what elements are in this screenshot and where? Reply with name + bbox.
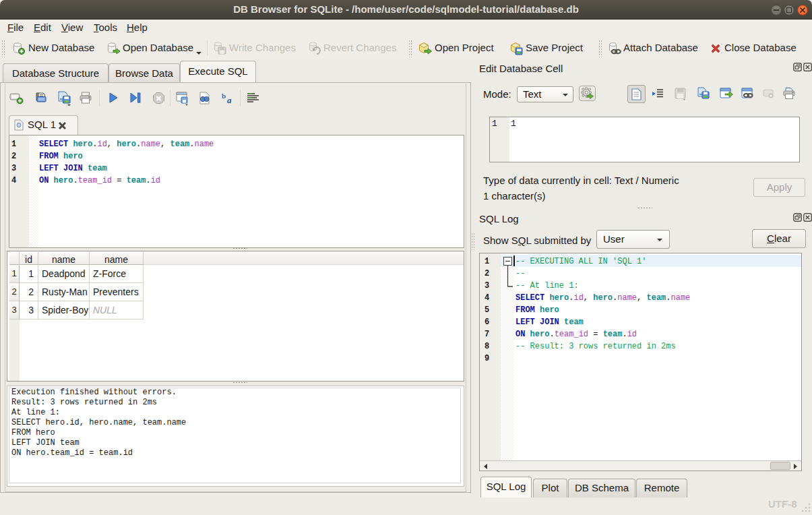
svg-text:a: a [227, 95, 232, 104]
svg-text:b: b [222, 92, 226, 100]
